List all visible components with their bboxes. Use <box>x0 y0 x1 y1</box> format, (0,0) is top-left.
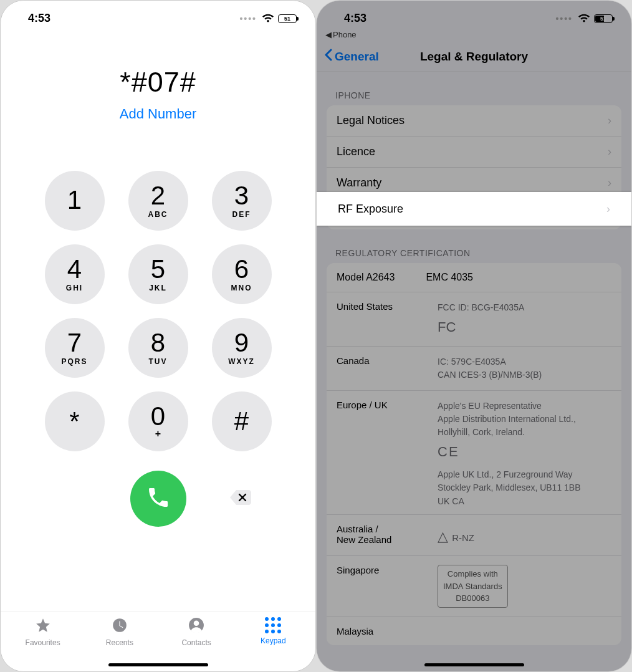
key-5[interactable]: 5JKL <box>128 244 188 304</box>
cell-rf-exposure[interactable]: RF Exposure › <box>317 192 631 226</box>
chevron-right-icon: › <box>606 203 610 216</box>
home-indicator <box>424 663 524 666</box>
key-8[interactable]: 8TUV <box>128 318 188 378</box>
add-number-link[interactable]: Add Number <box>1 106 315 122</box>
wifi-icon <box>578 14 590 23</box>
battery-icon: 51 <box>278 14 297 23</box>
row-us: United States FCC ID: BCG-E4035A FC <box>327 292 621 347</box>
dialer-display: *#07# Add Number <box>1 66 315 122</box>
row-europe: Europe / UK Apple's EU Representative Ap… <box>327 391 621 515</box>
chevron-right-icon: › <box>608 145 611 158</box>
settings-legal-screen: 4:53 •••• 51 ◀ Phone General Legal & Reg… <box>316 0 632 672</box>
key-3[interactable]: 3DEF <box>212 171 272 231</box>
key-1[interactable]: 1 <box>45 171 105 231</box>
row-singapore: Singapore Complies with IMDA Standards D… <box>327 556 621 617</box>
status-right: •••• 51 <box>239 14 297 24</box>
tab-bar: Favourites Recents Contacts Keypad <box>1 612 315 671</box>
regulatory-block: Model A2643 EMC 4035 United States FCC I… <box>327 263 621 645</box>
wifi-icon <box>262 14 274 23</box>
backspace-icon <box>229 489 252 509</box>
fcc-icon: FC <box>438 317 611 337</box>
ce-icon: CE <box>438 441 611 462</box>
chevron-right-icon: › <box>608 176 611 190</box>
keypad: 1 2ABC 3DEF 4GHI 5JKL 6MNO 7PQRS 8TUV 9W… <box>1 171 315 451</box>
key-6[interactable]: 6MNO <box>212 244 272 304</box>
phone-icon <box>146 485 171 512</box>
status-right: •••• 51 <box>555 14 613 24</box>
cell-licence[interactable]: Licence › <box>327 137 621 168</box>
status-time: 4:53 <box>28 12 50 25</box>
row-malaysia: Malaysia <box>327 617 621 645</box>
back-caret-icon: ◀ <box>325 30 332 39</box>
section-header-regulatory: REGULATORY CERTIFICATION <box>317 229 631 263</box>
tab-contacts[interactable]: Contacts <box>158 617 235 658</box>
delete-button[interactable] <box>227 489 254 509</box>
call-button[interactable] <box>130 471 186 527</box>
status-bar: 4:53 •••• 51 <box>1 1 315 30</box>
imda-box: Complies with IMDA Standards DB00063 <box>438 565 508 608</box>
rcm-icon: △ R-NZ <box>438 526 611 547</box>
star-icon <box>34 617 52 635</box>
chevron-right-icon: › <box>608 114 611 127</box>
chevron-left-icon <box>324 49 332 64</box>
ukca-icon: UK CA <box>438 497 611 506</box>
back-to-app[interactable]: ◀ Phone <box>317 30 631 42</box>
cell-legal-notices[interactable]: Legal Notices › <box>327 105 621 137</box>
key-hash[interactable]: # <box>212 391 272 451</box>
clock-icon <box>112 617 128 635</box>
entered-number: *#07# <box>1 66 315 98</box>
nav-bar: General Legal & Regulatory <box>317 42 631 72</box>
key-7[interactable]: 7PQRS <box>45 318 105 378</box>
phone-dialer-screen: 4:53 •••• 51 *#07# Add Number 1 2ABC 3DE… <box>0 0 316 672</box>
dialpad-icon <box>265 617 281 633</box>
tab-recents[interactable]: Recents <box>81 617 158 658</box>
home-indicator <box>108 663 208 666</box>
key-0[interactable]: 0+ <box>128 391 188 451</box>
status-dots: •••• <box>555 14 573 24</box>
key-2[interactable]: 2ABC <box>128 171 188 231</box>
key-4[interactable]: 4GHI <box>45 244 105 304</box>
status-dots: •••• <box>239 14 257 24</box>
row-canada: Canada IC: 579C-E4035A CAN ICES-3 (B)/NM… <box>327 347 621 391</box>
battery-icon: 51 <box>594 14 613 23</box>
row-model: Model A2643 EMC 4035 <box>327 263 621 292</box>
key-9[interactable]: 9WXYZ <box>212 318 272 378</box>
nav-back-button[interactable]: General <box>324 49 379 64</box>
nav-title: Legal & Regulatory <box>420 50 528 64</box>
section-header-iphone: IPHONE <box>317 72 631 105</box>
svg-point-2 <box>194 620 199 626</box>
tab-keypad[interactable]: Keypad <box>235 617 312 658</box>
tab-favourites[interactable]: Favourites <box>4 617 81 658</box>
person-icon <box>188 617 204 635</box>
row-anz: Australia / New Zealand △ R-NZ <box>327 515 621 556</box>
key-star[interactable]: * <box>45 391 105 451</box>
status-bar: 4:53 •••• 51 <box>317 1 631 30</box>
status-time: 4:53 <box>344 12 366 25</box>
